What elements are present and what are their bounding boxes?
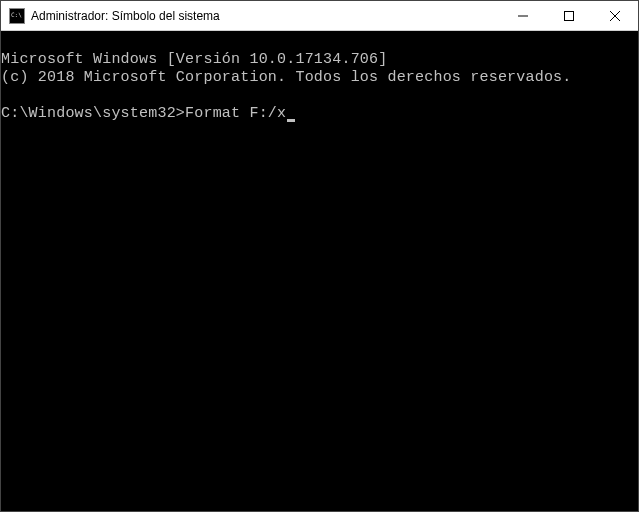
command-input[interactable]: Format F:/x	[185, 105, 286, 123]
maximize-button[interactable]	[546, 1, 592, 30]
cursor	[287, 119, 295, 122]
close-icon	[610, 11, 620, 21]
minimize-button[interactable]	[500, 1, 546, 30]
terminal-area[interactable]: Microsoft Windows [Versión 10.0.17134.70…	[1, 31, 638, 511]
titlebar[interactable]: Administrador: Símbolo del sistema	[1, 1, 638, 31]
maximize-icon	[564, 11, 574, 21]
close-button[interactable]	[592, 1, 638, 30]
prompt-text: C:\Windows\system32>	[1, 105, 185, 123]
window-title: Administrador: Símbolo del sistema	[31, 9, 500, 23]
command-prompt-window: Administrador: Símbolo del sistema Micro…	[0, 0, 639, 512]
cmd-icon	[9, 8, 25, 24]
prompt-line: C:\Windows\system32>Format F:/x	[1, 105, 638, 123]
minimize-icon	[518, 11, 528, 21]
window-controls	[500, 1, 638, 30]
svg-rect-1	[565, 11, 574, 20]
output-line: (c) 2018 Microsoft Corporation. Todos lo…	[1, 69, 572, 86]
output-line: Microsoft Windows [Versión 10.0.17134.70…	[1, 51, 387, 68]
